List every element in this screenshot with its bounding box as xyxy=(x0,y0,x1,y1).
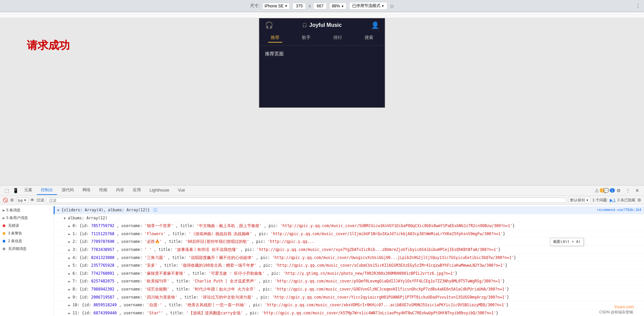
log-album-5[interactable]: 5: {id: 2357765928 , username: '安多' , ti… xyxy=(54,262,644,270)
expand-album-2-icon[interactable] xyxy=(68,240,70,244)
phone-user-icon[interactable]: 👤 xyxy=(371,21,379,29)
sidebar-item-errors[interactable]: 无错误 xyxy=(0,222,53,229)
rulers-toggle-icon[interactable]: ◇ xyxy=(390,3,394,9)
error-dot-icon xyxy=(3,224,5,227)
devtools-inspect-icon[interactable]: ⬚ xyxy=(3,187,11,195)
tab-lighthouse[interactable]: Lighthouse xyxy=(146,187,173,195)
device-toolbar: 尺寸: iPhone SE ▼ x 88% ▼ 已停用节流模式 ▼ ◇ ⋮ xyxy=(0,0,644,12)
log-album-10[interactable]: 10: {id: 8059518249 , username: '自渡·' , … xyxy=(54,301,644,309)
issues-link-text[interactable]: ▶ 1 xyxy=(610,198,615,202)
topbar-right: ⋮ xyxy=(633,3,641,9)
sidebar-item-info[interactable]: 2 条信息 xyxy=(0,237,53,245)
sidebar-item-messages[interactable]: 5 条消息 xyxy=(0,206,53,214)
tab-vue[interactable]: Vue xyxy=(174,187,189,195)
expand-album-4-icon[interactable] xyxy=(68,256,70,260)
sidebar-arrow-user xyxy=(3,216,5,220)
console-sidebar: 5 条消息 5 条用户消息 无错误 3 条警告 2 条信息 xyxy=(0,205,54,316)
log-album-1[interactable]: 1: {id: 7115125768 , username: 'Flowers'… xyxy=(54,230,644,238)
device-name: iPhone SE xyxy=(265,4,284,8)
page-wrapper: 尺寸: iPhone SE ▼ x 88% ▼ 已停用节流模式 ▼ ◇ ⋮ xyxy=(0,0,644,316)
console-toolbar-left: 🚫 ⚙ top ▼ 👁 过滤 xyxy=(3,198,44,203)
clear-console-icon[interactable]: 🚫 xyxy=(3,198,8,203)
expand-album-8-icon[interactable] xyxy=(68,287,70,292)
expand-album-9-icon[interactable] xyxy=(68,295,70,300)
flow-mode-dropdown-icon: ▼ xyxy=(381,4,384,8)
expand-main-icon[interactable] xyxy=(57,208,59,212)
log-main-object-text: {sliders: Array(4), albums: Array(12)} ⓘ xyxy=(57,207,157,213)
console-toolbar-right: 默认级别 ▼ 1 个问题: ▶ 1 3 条已隐藏 ⚙ xyxy=(569,197,641,203)
sidebar-item-user-messages[interactable]: 5 条用户消息 xyxy=(0,214,53,222)
device-selector[interactable]: iPhone SE ▼ xyxy=(262,3,290,9)
sidebar-label-info: 2 条信息 xyxy=(8,239,51,244)
sidebar-label-errors: 无错误 xyxy=(8,223,51,228)
devtools-action-icons: ⚠ 3 💬 1 ⚙ ⋮ ✕ xyxy=(596,187,641,195)
devtools-device-icon[interactable]: 📱 xyxy=(11,187,19,195)
devtools-main: 5 条消息 5 条用户消息 无错误 3 条警告 2 条信息 xyxy=(0,205,644,316)
zoom-value: 88% xyxy=(332,4,340,8)
log-album-11[interactable]: 11: {id: 6874399440 , username: 'Star°' … xyxy=(54,309,644,316)
expand-album-6-icon[interactable] xyxy=(68,271,70,276)
filter-label: 过滤 xyxy=(37,198,44,203)
tab-performance[interactable]: 性能 xyxy=(95,186,111,195)
console-gear-icon[interactable]: ⚙ xyxy=(637,198,641,203)
default-level-dropdown[interactable]: 默认级别 ▼ xyxy=(569,197,590,203)
log-album-3[interactable]: 3: {id: 7783438957 , username: ' ' , tit… xyxy=(54,246,644,254)
expand-album-3-icon[interactable] xyxy=(68,248,70,252)
zoom-selector[interactable]: 88% ▼ xyxy=(329,3,346,9)
expand-album-0-icon[interactable] xyxy=(68,224,70,228)
tab-memory[interactable]: 内存 xyxy=(112,186,128,195)
expand-album-10-icon[interactable] xyxy=(68,303,70,307)
phone-nav-search[interactable]: 搜索 xyxy=(362,33,376,43)
more-options-icon[interactable]: ⋮ xyxy=(635,3,641,9)
log-album-0[interactable]: 0: {id: 7857759792 , username: '独享一个世界' … xyxy=(54,222,644,230)
warning-badge-icon[interactable]: ⚠ 3 xyxy=(596,187,604,195)
more-devtools-icon[interactable]: ⋮ xyxy=(624,187,632,195)
log-album-4[interactable]: 4: {id: 8241323080 , username: '三角习题' , … xyxy=(54,254,644,262)
phone-nav: 推荐 歌手 排行 搜索 xyxy=(260,32,385,46)
log-album-9[interactable]: 9: {id: 2006719587 , username: '四川铭力美装饰'… xyxy=(54,294,644,302)
phone-nav-singer[interactable]: 歌手 xyxy=(299,33,313,43)
expand-albums-icon[interactable] xyxy=(64,216,65,220)
log-album-8[interactable]: 8: {id: 7988942302 , username: '综艺全能鹅' ,… xyxy=(54,285,644,294)
info-badge-icon[interactable]: 💬 1 xyxy=(605,187,613,195)
expand-album-11-icon[interactable] xyxy=(68,311,70,315)
tab-elements[interactable]: 元素 xyxy=(20,186,36,195)
width-input[interactable] xyxy=(292,3,306,9)
preview-area: 请求成功 🎧 🎧 Joyful Music 👤 推荐 歌手 排行 xyxy=(0,18,644,185)
default-level-arrow: ▼ xyxy=(586,199,589,202)
expand-album-7-icon[interactable] xyxy=(68,279,70,283)
top-context-dropdown[interactable]: top ▼ xyxy=(16,198,28,203)
devtools-tabs: ⬚ 📱 元素 控制台 源代码 网络 性能 内存 应用 Lighthouse Vu… xyxy=(3,186,189,195)
eye-icon[interactable]: 👁 xyxy=(30,198,35,203)
flow-mode-label: 已停用节流模式 xyxy=(352,3,380,9)
sidebar-item-warnings[interactable]: 3 条警告 xyxy=(0,229,53,237)
log-album-7[interactable]: 7: {id: 8257482075 , username: '欧美报刊亭' ,… xyxy=(54,277,644,285)
console-settings-icon[interactable]: ⚙ xyxy=(10,198,14,203)
close-devtools-icon[interactable]: ✕ xyxy=(633,187,641,195)
phone-page-label: 推荐页面 xyxy=(265,51,284,56)
log-albums-header[interactable]: albums: Array(12) xyxy=(54,214,644,222)
flow-mode-selector[interactable]: 已停用节流模式 ▼ xyxy=(349,2,387,10)
tab-source[interactable]: 源代码 xyxy=(58,186,78,195)
log-line-main-object[interactable]: {sliders: Array(4), albums: Array(12)} ⓘ… xyxy=(54,206,644,214)
watermark: Yuucn.com xyxy=(614,305,634,309)
sidebar-item-verbose[interactable]: 无详细消息 xyxy=(0,245,53,253)
sidebar-label-warnings: 3 条警告 xyxy=(8,231,51,236)
expand-album-5-icon[interactable] xyxy=(68,263,70,268)
tab-application[interactable]: 应用 xyxy=(129,186,145,195)
phone-nav-rank[interactable]: 排行 xyxy=(331,33,345,43)
phone-frame: 🎧 🎧 Joyful Music 👤 推荐 歌手 排行 搜索 推荐页面 xyxy=(259,18,385,108)
sidebar-label-verbose: 无详细消息 xyxy=(8,246,51,251)
log-source-link[interactable]: recommend.vue?78db:164 xyxy=(597,207,641,213)
log-album-2[interactable]: 2: {id: 7709787690 , username: '必胜🔥' , t… xyxy=(54,238,644,246)
issues-button[interactable]: ▶ 1 xyxy=(610,198,615,202)
console-filter-input[interactable] xyxy=(46,198,567,203)
height-input[interactable] xyxy=(313,3,327,9)
log-album-6[interactable]: 6: {id: 7742760091 , username: '麻辣烫不要麻不要… xyxy=(54,270,644,278)
expand-album-1-icon[interactable] xyxy=(68,232,70,236)
tab-network[interactable]: 网络 xyxy=(78,186,95,195)
settings-icon[interactable]: ⚙ xyxy=(614,187,623,195)
sidebar-arrow-messages xyxy=(3,208,5,212)
tab-console[interactable]: 控制台 xyxy=(37,186,57,195)
phone-nav-recommend[interactable]: 推荐 xyxy=(268,33,282,43)
